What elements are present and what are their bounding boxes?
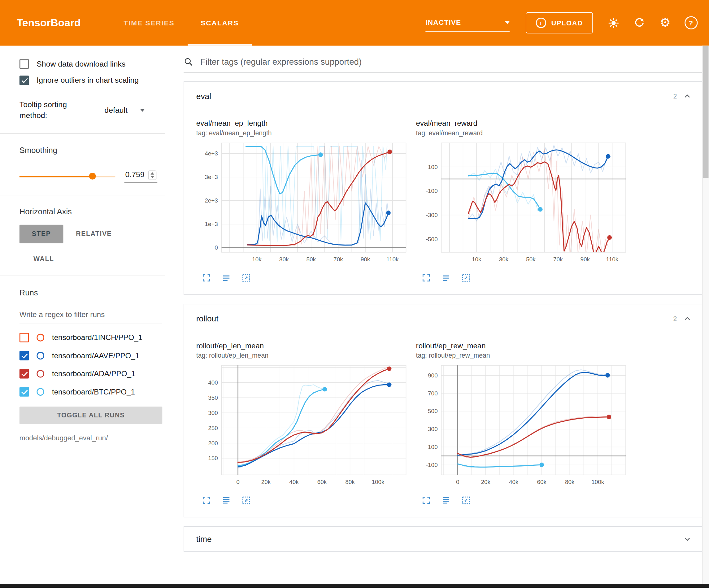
ignore-outliers-label: Ignore outliers in chart scaling — [36, 76, 139, 85]
svg-text:1e+3: 1e+3 — [205, 221, 218, 227]
section-count: 2 — [673, 93, 677, 100]
data-table-icon[interactable] — [441, 273, 451, 283]
svg-text:110k: 110k — [606, 256, 619, 262]
section-header-eval[interactable]: eval 2 — [184, 82, 702, 110]
svg-text:40k: 40k — [509, 479, 519, 485]
expand-chart-icon[interactable] — [202, 273, 211, 283]
chart-plot-eval-mean-ep-length[interactable]: 10k30k50k70k90k110k01e+32e+33e+34e+3 — [196, 138, 410, 271]
axis-step-button[interactable]: STEP — [20, 225, 63, 243]
info-icon: i — [536, 18, 547, 28]
chart-plot-rollout-ep-rew-mean[interactable]: 020k40k60k80k100k900700500300100-100 — [416, 361, 629, 493]
status-dropdown[interactable]: INACTIVE — [425, 14, 509, 31]
svg-text:70k: 70k — [553, 256, 563, 262]
refresh-icon[interactable] — [630, 14, 648, 32]
chart-card-rollout-ep-len-mean: rollout/ep_len_mean tag: rollout/ep_len_… — [185, 340, 405, 505]
run-row-aave[interactable]: tensorboard/AAVE/PPO_1 — [20, 347, 181, 365]
ignore-outliers-row[interactable]: Ignore outliers in chart scaling — [20, 76, 181, 85]
divider — [0, 133, 165, 133]
upload-button[interactable]: i UPLOAD — [526, 12, 593, 33]
run-checkbox[interactable] — [20, 351, 29, 360]
svg-text:3e+3: 3e+3 — [205, 174, 218, 180]
expand-chart-icon[interactable] — [421, 273, 431, 283]
show-download-links-checkbox[interactable] — [20, 59, 29, 69]
chevron-up-icon[interactable] — [683, 92, 692, 101]
svg-text:700: 700 — [428, 390, 438, 397]
smoothing-slider-fill — [20, 176, 92, 177]
section-header-time[interactable]: time — [184, 527, 702, 551]
chart-tag: tag: rollout/ep_rew_mean — [416, 352, 625, 359]
fit-domain-icon[interactable] — [461, 496, 471, 505]
fit-domain-icon[interactable] — [461, 273, 471, 283]
runs-filter-input[interactable] — [20, 307, 162, 323]
smoothing-label: Smoothing — [20, 146, 181, 155]
tooltip-sorting-value: default — [104, 106, 128, 114]
svg-text:10k: 10k — [252, 256, 262, 262]
section-header-rollout[interactable]: rollout 2 — [184, 304, 702, 333]
scrollbar-thumb[interactable] — [703, 46, 709, 178]
svg-text:30k: 30k — [279, 256, 289, 262]
svg-text:-100: -100 — [426, 462, 438, 468]
tensorboard-app: TensorBoard TIME SERIES SCALARS INACTIVE… — [0, 0, 709, 588]
chart-title: rollout/ep_len_mean — [196, 341, 405, 350]
svg-text:-500: -500 — [426, 236, 438, 242]
run-row-1inch[interactable]: tensorboard/1INCH/PPO_1 — [20, 329, 181, 347]
fit-domain-icon[interactable] — [241, 496, 251, 505]
chevron-up-icon[interactable] — [683, 314, 692, 323]
chart-tag: tag: rollout/ep_len_mean — [196, 352, 405, 359]
run-checkbox[interactable] — [20, 333, 29, 342]
data-table-icon[interactable] — [441, 496, 451, 505]
help-icon[interactable]: ? — [682, 14, 700, 32]
filter-tags-input[interactable] — [200, 57, 703, 68]
run-row-btc[interactable]: tensorboard/BTC/PPO_1 — [20, 383, 181, 401]
svg-text:100: 100 — [428, 444, 438, 450]
run-label: tensorboard/1INCH/PPO_1 — [52, 333, 142, 342]
show-download-links-label: Show data download links — [36, 59, 125, 69]
stepper-arrows-icon[interactable] — [148, 170, 156, 180]
toggle-all-runs-button[interactable]: TOGGLE ALL RUNS — [20, 406, 162, 424]
show-download-links-row[interactable]: Show data download links — [20, 59, 181, 69]
svg-text:90k: 90k — [580, 256, 590, 262]
svg-text:60k: 60k — [537, 479, 547, 485]
chart-toolbar — [421, 273, 625, 283]
run-color-circle — [36, 370, 44, 378]
chart-plot-eval-mean-reward[interactable]: 10k30k50k70k90k110k100-100-300-500 — [416, 138, 629, 271]
settings-gear-icon[interactable]: ⚙ — [656, 14, 674, 32]
tab-bar: TIME SERIES SCALARS — [110, 0, 252, 46]
tooltip-sorting-dropdown[interactable]: default — [104, 106, 145, 114]
svg-text:90k: 90k — [361, 256, 370, 262]
section-body-eval: eval/mean_ep_length tag: eval/mean_ep_le… — [184, 111, 702, 295]
section-card-eval: eval 2 eval/mean_ep_length tag: eval/mea… — [184, 81, 703, 295]
tab-time-series[interactable]: TIME SERIES — [110, 0, 188, 46]
data-table-icon[interactable] — [222, 496, 231, 505]
chevron-down-icon[interactable] — [683, 534, 692, 543]
brightness-icon[interactable] — [605, 14, 623, 32]
tooltip-sorting-label: Tooltip sorting method: — [20, 99, 91, 121]
axis-wall-button[interactable]: WALL — [33, 255, 54, 262]
chart-card-eval-mean-ep-length: eval/mean_ep_length tag: eval/mean_ep_le… — [185, 118, 405, 283]
expand-chart-icon[interactable] — [202, 496, 211, 505]
ignore-outliers-checkbox[interactable] — [20, 76, 29, 85]
section-body-rollout: rollout/ep_len_mean tag: rollout/ep_len_… — [184, 333, 702, 517]
section-title: rollout — [196, 314, 218, 324]
run-checkbox[interactable] — [20, 387, 29, 397]
smoothing-slider[interactable] — [20, 176, 115, 177]
svg-text:0: 0 — [215, 244, 218, 251]
axis-relative-button[interactable]: RELATIVE — [76, 230, 112, 237]
run-color-circle — [36, 352, 44, 359]
tooltip-sorting-row: Tooltip sorting method: default — [20, 99, 181, 121]
svg-text:900: 900 — [428, 372, 438, 379]
run-checkbox[interactable] — [20, 369, 29, 379]
tab-scalars[interactable]: SCALARS — [188, 0, 252, 46]
svg-text:20k: 20k — [481, 479, 491, 485]
smoothing-value-input[interactable]: 0.759 — [125, 170, 157, 182]
data-table-icon[interactable] — [222, 273, 231, 283]
smoothing-slider-thumb[interactable] — [89, 173, 96, 180]
expand-chart-icon[interactable] — [421, 496, 431, 505]
scrollbar[interactable] — [702, 46, 709, 584]
run-color-circle — [36, 388, 44, 396]
runs-heading: Runs — [20, 288, 181, 298]
fit-domain-icon[interactable] — [241, 273, 251, 283]
search-icon — [184, 57, 193, 67]
chart-plot-rollout-ep-len-mean[interactable]: 020k40k60k80k100k150200250300350400 — [196, 361, 410, 493]
run-row-ada[interactable]: tensorboard/ADA/PPO_1 — [20, 365, 181, 383]
